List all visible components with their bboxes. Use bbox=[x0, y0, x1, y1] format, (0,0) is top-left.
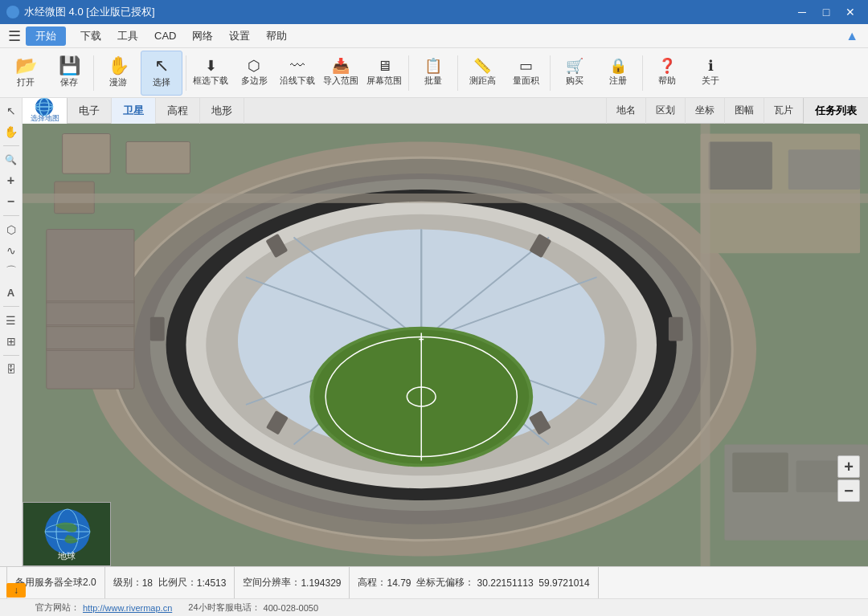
tool-batch[interactable]: 📋 批量 bbox=[412, 51, 454, 96]
svg-rect-44 bbox=[23, 194, 868, 203]
left-tool-hand[interactable]: ✋ bbox=[2, 122, 21, 141]
tool-buy-label: 购买 bbox=[566, 75, 583, 87]
tool-help[interactable]: ❓ 帮助 bbox=[646, 51, 688, 96]
download-icon-button[interactable]: ↓ bbox=[6, 583, 26, 598]
link-bar: ↓ 官方网站： http://www.rivermap.cn 24小时客服电话：… bbox=[0, 598, 868, 616]
left-tool-grid[interactable]: ⊞ bbox=[2, 332, 21, 351]
minimize-button[interactable]: ─ bbox=[791, 3, 813, 21]
menu-item-cad[interactable]: CAD bbox=[146, 27, 184, 45]
tool-pan[interactable]: ✋ 漫游 bbox=[97, 51, 139, 96]
left-tool-minus[interactable]: − bbox=[2, 192, 21, 211]
batch-icon: 📋 bbox=[424, 59, 442, 73]
tool-buy[interactable]: 🛒 购买 bbox=[554, 51, 596, 96]
tool-select[interactable]: ↖ 选择 bbox=[141, 51, 182, 96]
map-tab-coordinates[interactable]: 坐标 bbox=[685, 98, 724, 124]
tool-pan-label: 漫游 bbox=[109, 76, 127, 88]
import-range-icon: 📥 bbox=[332, 59, 350, 73]
tool-polygon[interactable]: ⬡ 多边形 bbox=[233, 51, 275, 96]
svg-rect-34 bbox=[47, 349, 134, 350]
map-container[interactable]: 选择地图 电子 卫星 高程 地形 地名 区划 坐标 图幅 瓦片 任务列表 bbox=[23, 98, 868, 566]
menu-toggle-icon[interactable]: ☰ bbox=[3, 27, 26, 46]
zoom-in-button[interactable]: + bbox=[837, 455, 860, 478]
left-tool-arc[interactable]: ⌒ bbox=[2, 262, 21, 281]
phone-label: 24小时客服电话： bbox=[188, 602, 260, 614]
tool-open[interactable]: 📂 打开 bbox=[5, 51, 47, 96]
title-left: 水经微图 4.0 [企业版已授权] bbox=[6, 5, 155, 19]
tool-line-download[interactable]: 〰 沿线下载 bbox=[276, 51, 318, 96]
tool-register-label: 注册 bbox=[609, 75, 627, 87]
website-label: 官方网站： bbox=[35, 602, 80, 614]
map-tab-placenames[interactable]: 地名 bbox=[606, 98, 645, 124]
menu-bar: ☰ 开始 下载 工具 CAD 网络 设置 帮助 ▲ bbox=[0, 24, 868, 48]
left-tool-wave[interactable]: ∿ bbox=[2, 241, 21, 260]
map-tab-satellite[interactable]: 卫星 bbox=[112, 98, 156, 124]
left-tool-text[interactable]: A bbox=[2, 283, 21, 302]
map-tab-extent[interactable]: 图幅 bbox=[724, 98, 764, 124]
left-tool-polygon[interactable]: ⬡ bbox=[2, 220, 21, 239]
tool-help-label: 帮助 bbox=[658, 75, 676, 87]
status-level: 级别： 18 比例尺： 1:4513 bbox=[105, 567, 235, 598]
tool-box-download[interactable]: ⬇ 框选下载 bbox=[190, 51, 231, 96]
map-tab-terrain[interactable]: 地形 bbox=[200, 98, 244, 124]
help-icon: ❓ bbox=[658, 59, 676, 73]
save-icon: 💾 bbox=[59, 57, 80, 75]
title-bar: 水经微图 4.0 [企业版已授权] ─ □ ✕ bbox=[0, 0, 868, 24]
line-download-icon: 〰 bbox=[290, 59, 305, 73]
left-tool-lines[interactable]: ☰ bbox=[2, 311, 21, 330]
left-sep-3 bbox=[3, 306, 19, 307]
register-icon: 🔒 bbox=[609, 59, 627, 73]
tool-about[interactable]: ℹ 关于 bbox=[690, 51, 731, 96]
left-toolbar: ↖ ✋ 🔍 + − ⬡ ∿ ⌒ A ☰ ⊞ 🗄 bbox=[0, 98, 23, 566]
tool-save[interactable]: 💾 保存 bbox=[48, 51, 90, 96]
about-icon: ℹ bbox=[708, 59, 714, 73]
resolution-label: 空间分辨率： bbox=[243, 576, 301, 589]
menu-item-settings[interactable]: 设置 bbox=[221, 26, 258, 47]
task-list-button[interactable]: 任务列表 bbox=[803, 98, 868, 124]
svg-rect-25 bbox=[150, 317, 165, 341]
map-logo[interactable]: 选择地图 bbox=[23, 98, 68, 124]
tool-measure-area[interactable]: ▭ 量面积 bbox=[505, 51, 547, 96]
toolbar-separator-4 bbox=[457, 55, 458, 91]
toolbar-separator-5 bbox=[550, 55, 551, 91]
menu-item-tools[interactable]: 工具 bbox=[109, 26, 146, 47]
menu-item-network[interactable]: 网络 bbox=[184, 26, 221, 47]
tool-import-range[interactable]: 📥 导入范围 bbox=[320, 51, 362, 96]
menu-item-help[interactable]: 帮助 bbox=[258, 26, 295, 47]
website-link[interactable]: http://www.rivermap.cn bbox=[83, 603, 172, 613]
toolbar-separator-1 bbox=[93, 55, 94, 91]
svg-rect-42 bbox=[732, 452, 788, 492]
map-tab-districts[interactable]: 区划 bbox=[645, 98, 685, 124]
map-tab-elevation[interactable]: 高程 bbox=[156, 98, 200, 124]
select-icon: ↖ bbox=[154, 57, 169, 75]
map-tabs: 选择地图 电子 卫星 高程 地形 地名 区划 坐标 图幅 瓦片 任务列表 bbox=[23, 98, 868, 124]
mini-map[interactable]: 地球 bbox=[23, 502, 111, 566]
left-tool-plus[interactable]: + bbox=[2, 171, 21, 190]
start-button[interactable]: 开始 bbox=[26, 27, 66, 46]
tool-about-label: 关于 bbox=[702, 75, 719, 87]
tool-screen-range[interactable]: 🖥 屏幕范围 bbox=[363, 51, 405, 96]
menu-item-download[interactable]: 下载 bbox=[72, 26, 109, 47]
tool-line-download-label: 沿线下载 bbox=[280, 75, 315, 87]
tool-box-download-label: 框选下载 bbox=[193, 75, 228, 87]
tool-open-label: 打开 bbox=[17, 76, 35, 88]
level-label: 级别： bbox=[113, 576, 142, 589]
zoom-out-button[interactable]: − bbox=[837, 479, 860, 502]
status-resolution: 空间分辨率： 1.194329 bbox=[235, 567, 350, 598]
measure-area-icon: ▭ bbox=[519, 59, 533, 73]
tool-register[interactable]: 🔒 注册 bbox=[597, 51, 639, 96]
map-tabs-right: 地名 区划 坐标 图幅 瓦片 任务列表 bbox=[606, 98, 868, 124]
maximize-button[interactable]: □ bbox=[815, 3, 837, 21]
collapse-button[interactable]: ▲ bbox=[839, 29, 865, 43]
lng-value: 59.9721014 bbox=[538, 577, 589, 589]
tool-measure-dist[interactable]: 📏 测距高 bbox=[461, 51, 503, 96]
left-tool-db[interactable]: 🗄 bbox=[2, 360, 21, 379]
map-tab-electronic[interactable]: 电子 bbox=[68, 98, 112, 124]
toolbar-separator-3 bbox=[408, 55, 409, 91]
left-tool-zoom[interactable]: 🔍 bbox=[2, 150, 21, 169]
map-tab-tiles[interactable]: 瓦片 bbox=[764, 98, 803, 124]
close-button[interactable]: ✕ bbox=[839, 3, 862, 21]
satellite-image[interactable]: + − 地球 bbox=[23, 124, 868, 566]
pan-icon: ✋ bbox=[108, 57, 129, 75]
left-tool-arrow[interactable]: ↖ bbox=[2, 101, 21, 120]
svg-rect-40 bbox=[788, 149, 860, 190]
